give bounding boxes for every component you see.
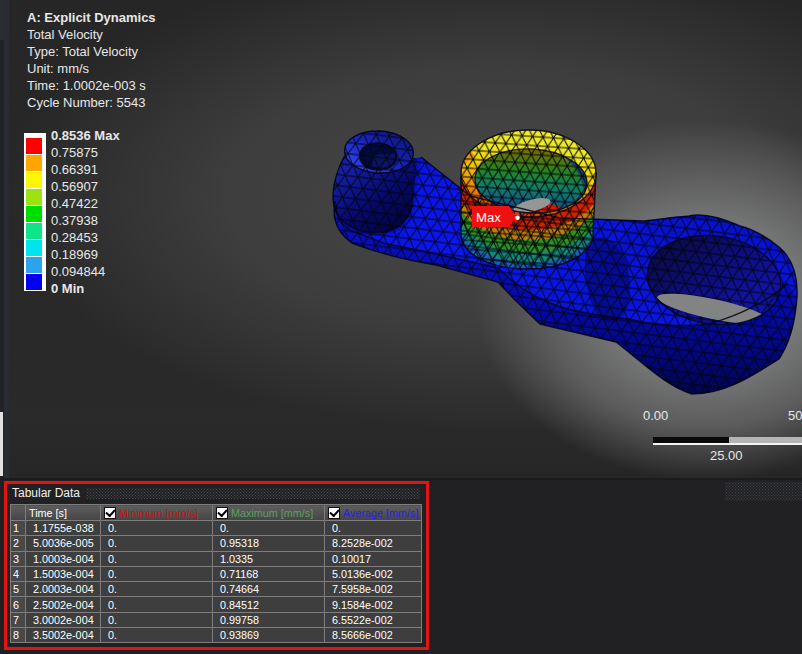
svg-text:Max: Max — [476, 210, 501, 225]
